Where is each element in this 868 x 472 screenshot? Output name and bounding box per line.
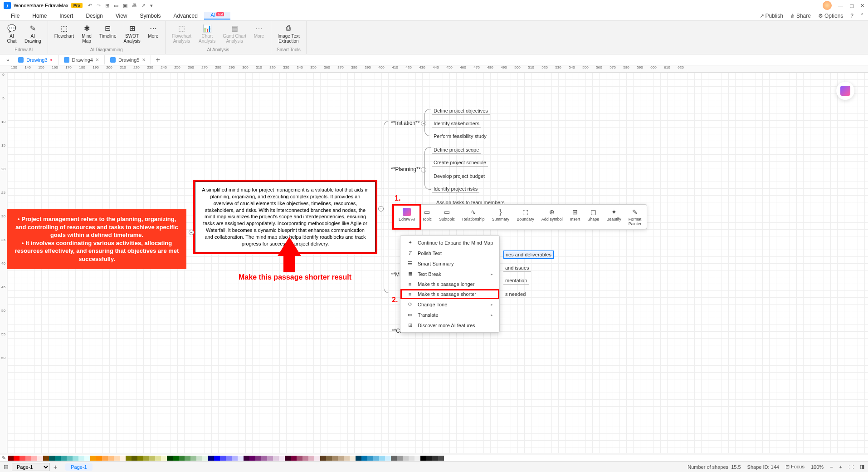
flowchart-button[interactable]: ⬚Flowchart xyxy=(52,23,77,39)
color-swatch[interactable] xyxy=(167,456,173,461)
color-swatch[interactable] xyxy=(338,456,344,461)
leaf[interactable]: Create project schedule xyxy=(432,159,488,167)
ai-drawing-button[interactable]: ✎AI Drawing xyxy=(22,23,44,44)
menu-symbols[interactable]: Symbols xyxy=(134,13,167,19)
expand-tabs-icon[interactable]: » xyxy=(3,57,13,63)
color-swatch[interactable] xyxy=(61,456,67,461)
color-swatch[interactable] xyxy=(308,456,314,461)
menu-design[interactable]: Design xyxy=(79,13,109,19)
menu-expand-mindmap[interactable]: ✦Continue to Expand the Mind Map xyxy=(400,237,499,248)
close-tab-icon[interactable]: × xyxy=(142,57,145,63)
export-icon[interactable]: ↗ xyxy=(141,3,146,9)
color-swatch[interactable] xyxy=(397,456,403,461)
new-icon[interactable]: ⊞ xyxy=(105,3,109,9)
subtopic-button[interactable]: ▭Subtopic xyxy=(435,206,458,227)
close-tab-icon[interactable]: × xyxy=(96,57,99,63)
menu-text-break[interactable]: ≣Text Break▸ xyxy=(400,269,499,279)
color-swatch[interactable] xyxy=(31,456,37,461)
color-swatch[interactable] xyxy=(208,456,214,461)
color-swatch[interactable] xyxy=(84,456,90,461)
color-swatch[interactable] xyxy=(367,456,373,461)
add-page-button[interactable]: + xyxy=(54,463,57,471)
color-swatch[interactable] xyxy=(220,456,226,461)
branch-initiation[interactable]: **Initiation** xyxy=(391,120,419,126)
color-swatch[interactable] xyxy=(155,456,161,461)
color-swatch[interactable] xyxy=(20,456,25,461)
color-swatch[interactable] xyxy=(332,456,338,461)
color-swatch[interactable] xyxy=(67,456,73,461)
menu-make-shorter[interactable]: ≡Make this passage shorter xyxy=(400,289,499,299)
color-swatch[interactable] xyxy=(344,456,350,461)
color-swatch[interactable] xyxy=(173,456,179,461)
color-swatch[interactable] xyxy=(90,456,96,461)
color-swatch[interactable] xyxy=(297,456,302,461)
save-icon[interactable]: ▭ xyxy=(114,3,118,9)
node-red-summary[interactable]: Project management refers to the plannin… xyxy=(7,209,186,269)
share-button[interactable]: ⋔ Share xyxy=(790,13,811,19)
collapse-ribbon-icon[interactable]: ˄ xyxy=(861,13,863,19)
menu-smart-summary[interactable]: ☰Smart Summary xyxy=(400,258,499,269)
user-avatar[interactable] xyxy=(823,1,832,10)
eyedropper-icon[interactable]: ✎ xyxy=(2,455,6,461)
color-swatch[interactable] xyxy=(196,456,202,461)
menu-ai[interactable]: AIhot xyxy=(204,12,230,20)
color-swatch[interactable] xyxy=(102,456,108,461)
canvas[interactable]: Project management refers to the plannin… xyxy=(7,73,868,453)
maximize-icon[interactable]: ▢ xyxy=(849,3,854,9)
color-swatch[interactable] xyxy=(126,456,132,461)
color-swatch[interactable] xyxy=(261,456,267,461)
close-icon[interactable]: ✕ xyxy=(860,3,864,9)
color-swatch[interactable] xyxy=(279,456,285,461)
doc-tab-drawing4[interactable]: Drawing4 × xyxy=(59,55,105,64)
color-swatch[interactable] xyxy=(249,456,255,461)
ai-chat-button[interactable]: 💬AI Chat xyxy=(4,23,20,44)
color-swatch[interactable] xyxy=(120,456,126,461)
color-swatch[interactable] xyxy=(244,456,249,461)
chart-analysis-button[interactable]: 📊Chart Analysis xyxy=(196,23,218,44)
format-painter-button[interactable]: ✎Format Painter xyxy=(625,206,645,227)
color-swatch[interactable] xyxy=(96,456,102,461)
color-swatch[interactable] xyxy=(214,456,220,461)
color-swatch[interactable] xyxy=(273,456,279,461)
publish-button[interactable]: ↗ Publish xyxy=(760,13,783,19)
color-swatch[interactable] xyxy=(78,456,84,461)
color-swatch[interactable] xyxy=(49,456,55,461)
color-swatch[interactable] xyxy=(73,456,78,461)
doc-tab-drawing5[interactable]: Drawing5 × xyxy=(105,55,151,64)
flowchart-analysis-button[interactable]: ⬚Flowchart Analysis xyxy=(169,23,194,44)
color-swatch[interactable] xyxy=(114,456,120,461)
page-selector[interactable]: Page-1 xyxy=(12,463,50,471)
menu-discover-more[interactable]: ⊞Discover more AI features xyxy=(400,320,499,330)
print-icon[interactable]: 🖶 xyxy=(132,3,137,9)
collapse-handle-right[interactable]: − xyxy=(378,206,384,211)
swot-button[interactable]: ⊞SWOT Analysis xyxy=(121,23,143,44)
beautify-button[interactable]: ✦Beautify xyxy=(603,206,625,227)
qat-more-icon[interactable]: ▾ xyxy=(150,3,153,9)
color-swatch[interactable] xyxy=(391,456,397,461)
color-swatch[interactable] xyxy=(226,456,232,461)
leaf-partial[interactable]: nes and deliverables xyxy=(503,251,554,259)
color-swatch[interactable] xyxy=(409,456,414,461)
undo-icon[interactable]: ↶ xyxy=(88,3,92,9)
color-swatch[interactable] xyxy=(25,456,31,461)
page-list-icon[interactable]: ▤ xyxy=(4,464,8,470)
zoom-in-button[interactable]: + xyxy=(839,464,842,470)
focus-button[interactable]: ⊡ Focus xyxy=(785,464,805,470)
leaf[interactable]: Develop project budget xyxy=(432,172,487,180)
color-swatch[interactable] xyxy=(385,456,391,461)
minimize-icon[interactable]: — xyxy=(838,3,843,8)
shape-button[interactable]: ▢Shape xyxy=(584,206,603,227)
topic-button[interactable]: ▭Topic xyxy=(419,206,435,227)
color-swatch[interactable] xyxy=(414,456,420,461)
menu-make-longer[interactable]: ≡Make this passage longer xyxy=(400,279,499,289)
timeline-button[interactable]: ⊟Timeline xyxy=(97,23,119,39)
menu-advanced[interactable]: Advanced xyxy=(167,13,204,19)
color-swatch[interactable] xyxy=(438,456,444,461)
menu-home[interactable]: Home xyxy=(26,13,53,19)
branch-planning[interactable]: **Planning** xyxy=(391,166,420,172)
color-swatch[interactable] xyxy=(137,456,143,461)
mindmap-button[interactable]: ✱Mind Map xyxy=(78,23,95,44)
leaf-partial[interactable]: mentation xyxy=(503,277,529,285)
redo-icon[interactable]: ↷ xyxy=(97,3,101,9)
leaf-partial[interactable]: and issues xyxy=(503,264,531,272)
